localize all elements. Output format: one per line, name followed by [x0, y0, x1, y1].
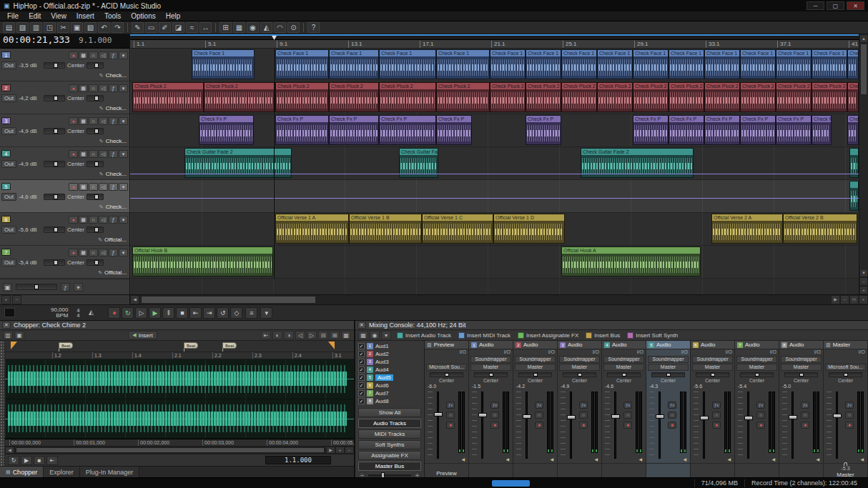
timecode-display[interactable]: 00:00:21,333	[3, 34, 70, 45]
insert-audio-track-button[interactable]: Insert Audio Track	[397, 332, 451, 339]
shift-right-icon[interactable]: ▷	[307, 331, 317, 339]
view-assignable-fx-button[interactable]: Assignable FX	[358, 451, 421, 460]
device-selector[interactable]: Soundmapper	[648, 356, 689, 363]
fader-handle[interactable]	[611, 414, 620, 419]
bus-icon[interactable]: ▣	[3, 283, 12, 292]
whats-this-icon[interactable]: ?	[307, 22, 320, 33]
mixer-track-item-aud3[interactable]: ✓3Aud3	[357, 358, 423, 366]
channel-header[interactable]: ▥Master	[824, 341, 867, 349]
chopper-zoom-out-icon[interactable]: −	[345, 447, 354, 454]
track-arm-button[interactable]: ●	[69, 150, 78, 158]
tab-plug-in-manager[interactable]: Plug-In Manager	[80, 467, 140, 478]
volume-fader[interactable]	[659, 392, 661, 459]
audio-event[interactable]: Check Fx P	[199, 115, 254, 145]
track-menu-arrow-icon[interactable]: ▾	[119, 216, 128, 224]
volume-fader[interactable]	[836, 392, 838, 459]
transport-menu-arrow-icon[interactable]: ▾	[260, 307, 272, 319]
track-pan-slider[interactable]	[87, 95, 104, 101]
selection-tool-icon[interactable]: ▭	[145, 22, 157, 33]
chopper-save-icon[interactable]: ▥	[3, 331, 13, 339]
mixer-track-item-aud7[interactable]: ✓7Aud7	[357, 389, 423, 397]
pan-slider[interactable]	[563, 372, 596, 377]
measures-display[interactable]: 9.1.000	[79, 36, 112, 45]
track-visible-checkbox[interactable]: ✓	[358, 374, 365, 381]
beat-marker[interactable]: Beat	[184, 342, 198, 349]
track-header-4[interactable]: 4●▦∩◁ƒ▾Out-4,9 dBCenter✎Check...	[0, 147, 129, 180]
device-selector[interactable]: Soundmapper	[781, 356, 822, 363]
audio-event[interactable]: Check Pluck 2	[204, 82, 275, 112]
channel-record-arm-button[interactable]: ●	[579, 422, 588, 429]
channel-record-arm-button[interactable]: ●	[535, 422, 543, 429]
menu-view[interactable]: View	[46, 12, 71, 20]
envelope-tool-icon[interactable]: ≈	[186, 22, 198, 33]
track-height-decrease-icon[interactable]: −	[12, 295, 21, 304]
timeline-zoom-out-icon[interactable]: −	[840, 295, 849, 304]
io-button[interactable]: I/O	[460, 349, 466, 356]
track-output-button[interactable]: Out	[1, 160, 16, 168]
fader-handle[interactable]	[744, 416, 753, 420]
view-master-bus-button[interactable]: Master Bus	[358, 462, 421, 471]
channel-header[interactable]: 7Audio	[735, 341, 779, 349]
track-visible-checkbox[interactable]: ✓	[358, 398, 365, 404]
output-selector[interactable]: Master	[603, 364, 644, 371]
event-locate-button[interactable]: ◇	[230, 307, 242, 319]
chopper-time-ruler[interactable]: 00:00:00,00000:00:01,00000:00:02,00000:0…	[5, 439, 354, 447]
track-arm-button[interactable]: ●	[69, 249, 78, 257]
channel-fx-button[interactable]: ƒx	[801, 402, 809, 409]
track-arm-button[interactable]: ●	[69, 51, 78, 59]
menu-file[interactable]: File	[2, 12, 24, 20]
fader-handle[interactable]	[789, 415, 797, 419]
channel-mute-button[interactable]: ○	[623, 412, 632, 419]
audio-event[interactable]: Check Face 1	[561, 49, 597, 79]
track-menu-arrow-icon[interactable]: ▾	[119, 249, 128, 257]
track-pan-slider[interactable]	[87, 194, 104, 200]
track-mute-button[interactable]: ◁	[99, 183, 108, 191]
channel-fx-button[interactable]: ƒx	[623, 402, 632, 409]
device-selector[interactable]: Soundmapper	[559, 356, 600, 363]
audio-event[interactable]: Check Fx P	[669, 115, 704, 145]
fader-handle[interactable]	[523, 414, 531, 419]
io-button[interactable]: I/O	[637, 349, 643, 356]
mixer-track-item-aud1[interactable]: ✓1Aud1	[357, 342, 423, 350]
chopper-copy-icon[interactable]: ▣	[14, 331, 24, 339]
channel-fx-button[interactable]: ƒx	[668, 402, 676, 409]
track-volume-slider[interactable]	[44, 128, 65, 134]
channel-fx-button[interactable]: ƒx	[446, 402, 455, 409]
channel-header[interactable]: 5Audio	[646, 341, 690, 349]
track-fx-button[interactable]: ƒ	[109, 117, 118, 125]
view-soft-synths-button[interactable]: Soft Synths	[358, 440, 421, 449]
mixer-track-item-aud5[interactable]: ✓5Aud5	[357, 374, 423, 382]
pan-slider[interactable]	[696, 372, 729, 377]
open-icon[interactable]: ▨	[16, 22, 29, 33]
marker-bar[interactable]	[130, 34, 859, 40]
preview-volume-slider[interactable]	[16, 284, 57, 290]
snap-icon[interactable]: ⊞	[330, 331, 340, 339]
volume-fader[interactable]	[614, 392, 616, 459]
audio-event[interactable]: Check Pluck 2	[704, 82, 740, 112]
audio-event[interactable]: Check Face 1	[776, 49, 812, 79]
record-input-icon[interactable]: ⊙	[287, 22, 300, 33]
pan-slider[interactable]	[784, 372, 818, 377]
chopper-scroll-left-icon[interactable]: ◀	[5, 447, 14, 454]
io-button[interactable]: I/O	[593, 349, 599, 356]
channel-mute-button[interactable]: ○	[712, 412, 721, 419]
play-button[interactable]: ▶	[149, 307, 161, 319]
track-mute-button[interactable]: ◁	[99, 84, 108, 92]
channel-record-arm-button[interactable]: ●	[446, 422, 455, 429]
chopper-scroll-right-icon[interactable]: ▶	[326, 447, 335, 454]
audio-event[interactable]: Check Face 1	[669, 49, 704, 79]
maximize-button[interactable]: ▢	[827, 1, 844, 10]
metronome-icon[interactable]: ◭	[87, 308, 95, 317]
pan-slider[interactable]	[518, 372, 552, 377]
channel-mute-button[interactable]: ○	[845, 412, 854, 419]
channel-record-arm-button[interactable]: ●	[623, 422, 632, 429]
audio-event[interactable]: Check Guitar Fade 2	[581, 148, 694, 178]
track-visible-checkbox[interactable]: ✓	[358, 367, 365, 373]
time-signature-display[interactable]: 4 4	[77, 308, 79, 318]
chopper-waveform[interactable]	[5, 359, 354, 439]
view-midi-tracks-button[interactable]: MIDI Tracks	[358, 429, 421, 439]
audio-event[interactable]: Official Verse 1 D	[493, 214, 565, 244]
channel-header[interactable]: ▥Preview	[425, 341, 468, 349]
track-header-6[interactable]: 6●▦∩◁ƒ▾Out-5,6 dBCenter✎Official...	[0, 213, 129, 246]
channel-header[interactable]: 2Audio	[513, 341, 557, 349]
